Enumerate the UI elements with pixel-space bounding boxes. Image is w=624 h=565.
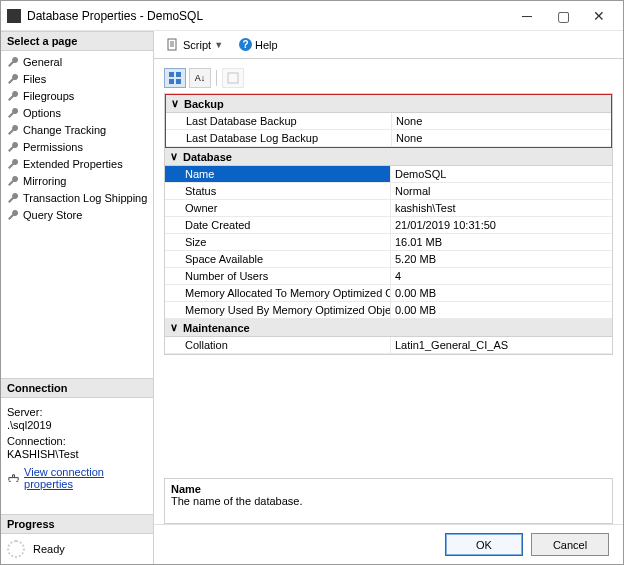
alphabetical-view-button[interactable]: A↓ xyxy=(189,68,211,88)
property-name: Last Database Log Backup xyxy=(166,130,392,146)
property-value: 4 xyxy=(391,268,612,284)
wrench-icon xyxy=(7,90,19,102)
sidebar-item-label: General xyxy=(23,56,62,68)
wrench-icon xyxy=(7,175,19,187)
property-name: Owner xyxy=(165,200,391,216)
view-connection-properties-text: View connection properties xyxy=(24,466,147,490)
select-page-heading: Select a page xyxy=(1,31,153,51)
property-name: Status xyxy=(165,183,391,199)
script-button[interactable]: Script ▼ xyxy=(162,36,227,54)
wrench-icon xyxy=(7,73,19,85)
progress-spinner-icon xyxy=(7,540,25,558)
property-name: Name xyxy=(165,166,391,182)
property-pages-button[interactable] xyxy=(222,68,244,88)
property-row[interactable]: NameDemoSQL xyxy=(165,166,612,183)
property-name: Collation xyxy=(165,337,391,353)
collapse-icon[interactable]: ∨ xyxy=(166,97,184,110)
property-value: 0.00 MB xyxy=(391,302,612,318)
sidebar-item-options[interactable]: Options xyxy=(1,104,153,121)
sidebar-item-permissions[interactable]: Permissions xyxy=(1,138,153,155)
property-value: 16.01 MB xyxy=(391,234,612,250)
property-value: 5.20 MB xyxy=(391,251,612,267)
property-name: Last Database Backup xyxy=(166,113,392,129)
page-list: GeneralFilesFilegroupsOptionsChange Trac… xyxy=(1,51,153,225)
script-label: Script xyxy=(183,39,211,51)
connection-value: KASHISH\Test xyxy=(7,448,147,460)
close-button[interactable]: ✕ xyxy=(581,2,617,30)
sidebar-item-change-tracking[interactable]: Change Tracking xyxy=(1,121,153,138)
property-name: Memory Allocated To Memory Optimized Ob xyxy=(165,285,391,301)
svg-rect-3 xyxy=(169,79,174,84)
cancel-button[interactable]: Cancel xyxy=(531,533,609,556)
property-row[interactable]: Memory Used By Memory Optimized Objects0… xyxy=(165,302,612,319)
connection-icon xyxy=(7,472,20,484)
wrench-icon xyxy=(7,158,19,170)
right-toolbar: Script ▼ ? Help xyxy=(154,31,623,59)
collapse-icon[interactable]: ∨ xyxy=(165,321,183,334)
property-name: Date Created xyxy=(165,217,391,233)
description-panel: Name The name of the database. xyxy=(164,478,613,524)
collapse-icon[interactable]: ∨ xyxy=(165,150,183,163)
category-label: Database xyxy=(183,151,232,163)
sidebar-item-label: Files xyxy=(23,73,46,85)
svg-rect-2 xyxy=(176,72,181,77)
property-row[interactable]: Date Created21/01/2019 10:31:50 xyxy=(165,217,612,234)
sidebar-item-extended-properties[interactable]: Extended Properties xyxy=(1,155,153,172)
svg-rect-5 xyxy=(228,73,238,83)
property-row[interactable]: Memory Allocated To Memory Optimized Ob0… xyxy=(165,285,612,302)
property-grid: ∨BackupLast Database BackupNoneLast Data… xyxy=(164,93,613,355)
help-label: Help xyxy=(255,39,278,51)
category-label: Maintenance xyxy=(183,322,250,334)
property-row[interactable]: CollationLatin1_General_CI_AS xyxy=(165,337,612,354)
sidebar-item-files[interactable]: Files xyxy=(1,70,153,87)
connection-heading: Connection xyxy=(1,378,153,398)
categorized-view-button[interactable] xyxy=(164,68,186,88)
wrench-icon xyxy=(7,141,19,153)
category-maintenance[interactable]: ∨Maintenance xyxy=(165,319,612,337)
help-button[interactable]: ? Help xyxy=(235,36,282,53)
description-title: Name xyxy=(171,483,606,495)
property-value: Normal xyxy=(391,183,612,199)
sidebar-item-label: Filegroups xyxy=(23,90,74,102)
sidebar-item-mirroring[interactable]: Mirroring xyxy=(1,172,153,189)
property-row[interactable]: StatusNormal xyxy=(165,183,612,200)
sidebar-item-query-store[interactable]: Query Store xyxy=(1,206,153,223)
sidebar-item-filegroups[interactable]: Filegroups xyxy=(1,87,153,104)
progress-status: Ready xyxy=(33,543,65,555)
wrench-icon xyxy=(7,209,19,221)
view-connection-properties-link[interactable]: View connection properties xyxy=(7,466,147,490)
property-value: DemoSQL xyxy=(391,166,612,182)
connection-label: Connection: xyxy=(7,435,147,447)
property-value: 21/01/2019 10:31:50 xyxy=(391,217,612,233)
sidebar-item-general[interactable]: General xyxy=(1,53,153,70)
property-row[interactable]: Last Database Log BackupNone xyxy=(166,130,611,147)
maximize-button[interactable]: ▢ xyxy=(545,2,581,30)
property-value: kashish\Test xyxy=(391,200,612,216)
property-row[interactable]: Number of Users4 xyxy=(165,268,612,285)
category-backup[interactable]: ∨Backup xyxy=(166,95,611,113)
sidebar-item-label: Transaction Log Shipping xyxy=(23,192,147,204)
property-value: None xyxy=(392,130,611,146)
category-database[interactable]: ∨Database xyxy=(165,148,612,166)
wrench-icon xyxy=(7,124,19,136)
property-grid-toolbar: A↓ xyxy=(164,67,613,89)
wrench-icon xyxy=(7,56,19,68)
sidebar-item-transaction-log-shipping[interactable]: Transaction Log Shipping xyxy=(1,189,153,206)
property-name: Space Available xyxy=(165,251,391,267)
sidebar-item-label: Mirroring xyxy=(23,175,66,187)
property-name: Number of Users xyxy=(165,268,391,284)
svg-rect-4 xyxy=(176,79,181,84)
sidebar-item-label: Change Tracking xyxy=(23,124,106,136)
title-bar: Database Properties - DemoSQL ─ ▢ ✕ xyxy=(1,1,623,31)
property-row[interactable]: Ownerkashish\Test xyxy=(165,200,612,217)
app-icon xyxy=(7,9,21,23)
property-row[interactable]: Last Database BackupNone xyxy=(166,113,611,130)
minimize-button[interactable]: ─ xyxy=(509,2,545,30)
server-value: .\sql2019 xyxy=(7,419,147,431)
wrench-icon xyxy=(7,107,19,119)
property-row[interactable]: Size16.01 MB xyxy=(165,234,612,251)
ok-button[interactable]: OK xyxy=(445,533,523,556)
help-icon: ? xyxy=(239,38,252,51)
sidebar-item-label: Query Store xyxy=(23,209,82,221)
property-row[interactable]: Space Available5.20 MB xyxy=(165,251,612,268)
